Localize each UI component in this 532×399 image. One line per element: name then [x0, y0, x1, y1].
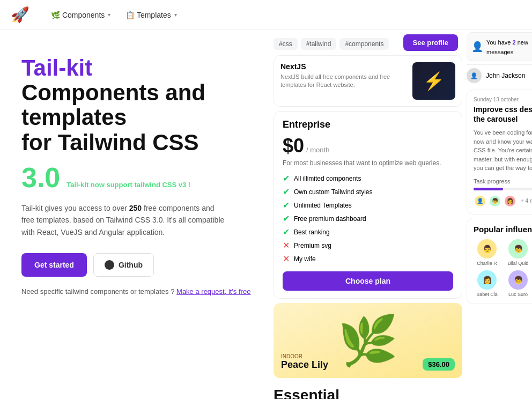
github-label: Github: [119, 261, 143, 269]
messages-row: 👤 You have 2 new messages ✉: [471, 37, 532, 56]
nav-items: 🌿 Components ▾ 📋 Templates ▾: [45, 8, 183, 23]
tag-row: #css #tailwind #components: [274, 36, 389, 50]
product-card: 🌿 Indoor Peace Lily $36.00: [274, 303, 462, 378]
css-title: Improve css design of the carousel: [474, 105, 532, 124]
css-design-card: Sunday 13 october Improve css design of …: [467, 90, 532, 215]
hero-version: 3.0: [21, 164, 60, 191]
nextjs-card: NextJS NextJS build all free components …: [274, 55, 462, 107]
hero-section: Tail-kit Components and templates for Ta…: [0, 30, 274, 399]
influencer-name: Charlie R: [477, 261, 497, 266]
feature-premium-svg: ✕ Premium svg: [283, 240, 453, 250]
product-name: Peace Lily: [281, 359, 328, 371]
hero-title: Tail-kit Components and templates for Ta…: [21, 56, 252, 155]
influencer-bilal: 👦 Bilal Quid: [505, 239, 531, 266]
product-label: Indoor: [281, 353, 328, 359]
css-date: Sunday 13 october: [474, 97, 532, 102]
hero-title-tailwind: for Tailwind CSS: [21, 130, 199, 155]
right-panels: #css #tailwind #components See profile N…: [274, 30, 532, 399]
css-description: You've been coding for a while now and k…: [474, 128, 532, 173]
task-progress-fill: [474, 188, 503, 190]
get-started-button[interactable]: Get started: [21, 253, 87, 277]
navbar: 🚀 🌿 Components ▾ 📋 Templates ▾: [0, 0, 532, 30]
feature-custom-tailwind: ✔ Own custom Tailwind styles: [283, 187, 453, 197]
see-profile-button[interactable]: See profile: [403, 34, 458, 51]
nav-components-label: 🌿 Components: [51, 11, 105, 19]
check-icon: ✔: [283, 227, 290, 237]
hero-version-sub: Tail-kit now support tailwind CSS v3 !: [66, 181, 190, 189]
plant-emoji: 🌿: [338, 313, 398, 369]
nextjs-desc: NextJS build all free components and fre…: [280, 73, 407, 90]
influencer-avatar: 👦: [508, 270, 528, 290]
check-icon: ✔: [283, 173, 290, 183]
message-avatar: 👤: [471, 41, 483, 53]
nextjs-thumbnail: ⚡: [412, 62, 455, 100]
chevron-down-icon: ▾: [108, 12, 110, 18]
tag-tailwind[interactable]: #tailwind: [301, 38, 337, 50]
hero-desc-before: Tail-kit gives you access to over: [21, 204, 129, 212]
check-icon: ✔: [283, 200, 290, 210]
hero-title-accent: Tail-kit: [21, 55, 92, 80]
influencer-avatar: 👩: [477, 270, 497, 290]
task-avatar: 👦: [489, 195, 501, 208]
task-progress-row: Task progress 33%: [474, 178, 532, 184]
feature-list: ✔ All illimited components ✔ Own custom …: [283, 173, 453, 264]
nav-templates-label: 📋 Templates: [125, 11, 171, 19]
tag-css[interactable]: #css: [274, 38, 298, 50]
influencer-avatar: 👦: [508, 239, 528, 258]
price-row: $0 / month: [283, 135, 453, 157]
hero-title-main: Components and templates: [21, 80, 205, 130]
task-avatar: 👩: [504, 195, 516, 208]
nextjs-thumb-icon: ⚡: [423, 71, 445, 91]
check-icon: ✔: [283, 213, 290, 224]
logo-icon: 🚀: [11, 6, 29, 24]
influencer-name: Babet Cla: [476, 292, 498, 297]
nextjs-info: NextJS NextJS build all free components …: [280, 62, 407, 90]
price-desc: For most businesses that want to optimiz…: [283, 159, 453, 167]
messages-card: 👤 You have 2 new messages ✉: [467, 32, 532, 61]
hero-buttons: Get started ⬤ Github: [21, 253, 252, 277]
price-period: / month: [306, 146, 329, 154]
hero-request-text: Need specific tailwind components or tem…: [21, 287, 252, 295]
main-layout: Tail-kit Components and templates for Ta…: [0, 30, 532, 399]
hero-description: Tail-kit gives you access to over 250 fr…: [21, 202, 225, 238]
product-price: $36.00: [423, 358, 455, 371]
price-value: $0: [283, 135, 304, 157]
influencer-name: Bilal Quid: [508, 261, 529, 266]
influencer-luc: 👦 Luc Suro: [505, 270, 531, 297]
popular-title: Popular influencor: [474, 225, 532, 234]
feature-unlimited-components: ✔ All illimited components: [283, 173, 453, 183]
chevron-down-icon: ▾: [174, 12, 177, 18]
user-avatar: 👤: [467, 68, 482, 83]
logo[interactable]: 🚀: [11, 6, 32, 24]
hero-version-row: 3.0 Tail-kit now support tailwind CSS v3…: [21, 164, 252, 191]
request-link[interactable]: Make a request, it's free: [176, 287, 250, 295]
nextjs-title: NextJS: [280, 62, 407, 71]
task-more: + 4 more: [521, 198, 532, 204]
hero-desc-bold: 250: [129, 204, 142, 212]
choose-plan-button[interactable]: Choose plan: [283, 271, 453, 291]
feature-unlimited-templates: ✔ Unlimited Templates: [283, 200, 453, 210]
github-button[interactable]: ⬤ Github: [93, 253, 154, 277]
influencer-babet: 👩 Babet Cla: [474, 270, 500, 297]
check-icon: ✔: [283, 187, 290, 197]
popular-influencer-card: Popular influencor 👨 Charlie R 👦 Bilal Q…: [467, 218, 532, 304]
top-bar: #css #tailwind #components See profile: [274, 34, 462, 51]
user-select-row[interactable]: 👤 John Jackson ▾: [467, 64, 532, 86]
feature-my-wife: ✕ My wife: [283, 254, 453, 264]
feature-free-dashboard: ✔ Free premium dashboard: [283, 213, 453, 224]
nav-components[interactable]: 🌿 Components ▾: [45, 8, 117, 23]
influencer-grid: 👨 Charlie R 👦 Bilal Quid 👩 Aschi Ish: [474, 239, 532, 297]
x-icon: ✕: [283, 254, 290, 264]
influencer-name: Luc Suro: [508, 292, 528, 297]
tag-components[interactable]: #components: [339, 38, 389, 50]
x-icon: ✕: [283, 240, 290, 250]
user-name: John Jackson: [486, 72, 525, 79]
task-avatars-row: 👤 👦 👩 + 4 more: [474, 195, 532, 208]
feature-best-ranking: ✔ Best ranking: [283, 227, 453, 237]
influencer-charlie: 👨 Charlie R: [474, 239, 500, 266]
task-label: Task progress: [474, 178, 510, 184]
middle-second-col: 👤 You have 2 new messages ✉ 👤 John Jacks…: [467, 30, 532, 399]
nav-templates[interactable]: 📋 Templates ▾: [119, 8, 183, 23]
enterprise-card: Entreprise $0 / month For most businesse…: [274, 111, 462, 299]
influencer-avatar: 👨: [477, 239, 497, 258]
